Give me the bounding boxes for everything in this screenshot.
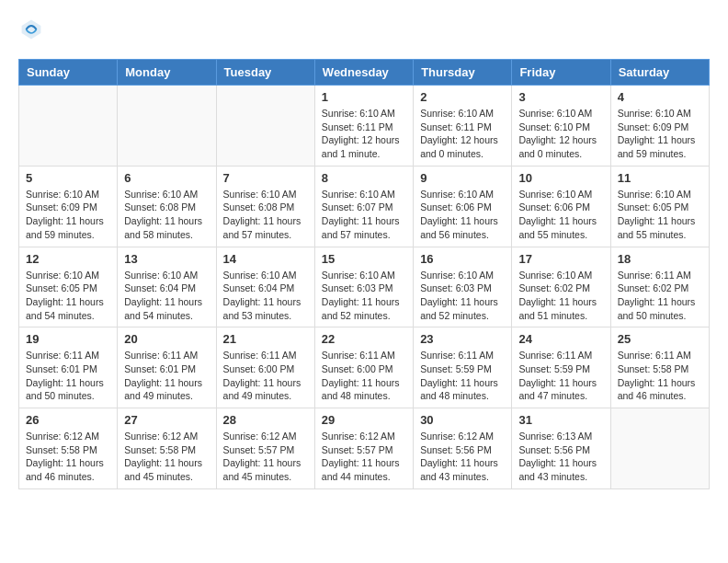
day-info: Sunrise: 6:11 AM Sunset: 5:59 PM Dayligh…	[518, 349, 603, 403]
day-info: Sunrise: 6:10 AM Sunset: 6:10 PM Dayligh…	[518, 107, 603, 161]
day-number: 22	[322, 332, 406, 346]
calendar-cell: 29Sunrise: 6:12 AM Sunset: 5:57 PM Dayli…	[314, 408, 413, 489]
day-number: 1	[322, 90, 406, 104]
page-header	[18, 18, 710, 44]
logo	[18, 18, 42, 44]
calendar-cell: 17Sunrise: 6:10 AM Sunset: 6:02 PM Dayli…	[512, 247, 610, 327]
calendar-cell: 23Sunrise: 6:11 AM Sunset: 5:59 PM Dayli…	[414, 327, 512, 408]
calendar-cell: 15Sunrise: 6:10 AM Sunset: 6:03 PM Dayli…	[314, 247, 413, 327]
day-info: Sunrise: 6:12 AM Sunset: 5:58 PM Dayligh…	[124, 430, 209, 484]
calendar-cell: 16Sunrise: 6:10 AM Sunset: 6:03 PM Dayli…	[414, 247, 512, 327]
day-number: 9	[420, 171, 505, 185]
day-info: Sunrise: 6:10 AM Sunset: 6:08 PM Dayligh…	[124, 188, 209, 242]
weekday-header-sunday: Sunday	[19, 60, 118, 86]
calendar-table: SundayMondayTuesdayWednesdayThursdayFrid…	[18, 59, 710, 489]
day-info: Sunrise: 6:11 AM Sunset: 6:00 PM Dayligh…	[223, 349, 308, 403]
day-info: Sunrise: 6:12 AM Sunset: 5:57 PM Dayligh…	[322, 430, 406, 484]
calendar-week-row: 5Sunrise: 6:10 AM Sunset: 6:09 PM Daylig…	[19, 166, 710, 247]
day-info: Sunrise: 6:11 AM Sunset: 6:01 PM Dayligh…	[124, 349, 209, 403]
calendar-cell: 22Sunrise: 6:11 AM Sunset: 6:00 PM Dayli…	[314, 327, 413, 408]
calendar-cell: 5Sunrise: 6:10 AM Sunset: 6:09 PM Daylig…	[19, 166, 118, 247]
calendar-cell: 12Sunrise: 6:10 AM Sunset: 6:05 PM Dayli…	[19, 247, 118, 327]
logo-icon	[20, 18, 42, 40]
calendar-cell	[610, 408, 709, 489]
calendar-week-row: 19Sunrise: 6:11 AM Sunset: 6:01 PM Dayli…	[19, 327, 710, 408]
calendar-cell: 26Sunrise: 6:12 AM Sunset: 5:58 PM Dayli…	[19, 408, 118, 489]
day-number: 8	[322, 171, 406, 185]
weekday-header-tuesday: Tuesday	[216, 60, 314, 86]
day-info: Sunrise: 6:10 AM Sunset: 6:04 PM Dayligh…	[223, 269, 308, 323]
day-info: Sunrise: 6:11 AM Sunset: 5:58 PM Dayligh…	[618, 349, 702, 403]
calendar-week-row: 1Sunrise: 6:10 AM Sunset: 6:11 PM Daylig…	[19, 86, 710, 167]
day-number: 3	[518, 90, 603, 104]
calendar-cell: 24Sunrise: 6:11 AM Sunset: 5:59 PM Dayli…	[512, 327, 610, 408]
calendar-cell: 9Sunrise: 6:10 AM Sunset: 6:06 PM Daylig…	[414, 166, 512, 247]
calendar-week-row: 12Sunrise: 6:10 AM Sunset: 6:05 PM Dayli…	[19, 247, 710, 327]
weekday-header-monday: Monday	[118, 60, 216, 86]
day-number: 25	[618, 332, 702, 346]
day-info: Sunrise: 6:10 AM Sunset: 6:06 PM Dayligh…	[518, 188, 603, 242]
calendar-cell: 1Sunrise: 6:10 AM Sunset: 6:11 PM Daylig…	[314, 86, 413, 167]
day-number: 20	[124, 332, 209, 346]
day-info: Sunrise: 6:10 AM Sunset: 6:03 PM Dayligh…	[322, 269, 406, 323]
calendar-week-row: 26Sunrise: 6:12 AM Sunset: 5:58 PM Dayli…	[19, 408, 710, 489]
calendar-cell: 25Sunrise: 6:11 AM Sunset: 5:58 PM Dayli…	[610, 327, 709, 408]
calendar-cell: 10Sunrise: 6:10 AM Sunset: 6:06 PM Dayli…	[512, 166, 610, 247]
day-info: Sunrise: 6:10 AM Sunset: 6:11 PM Dayligh…	[322, 107, 406, 161]
day-number: 7	[223, 171, 308, 185]
day-number: 11	[618, 171, 702, 185]
calendar-cell: 3Sunrise: 6:10 AM Sunset: 6:10 PM Daylig…	[512, 86, 610, 167]
day-info: Sunrise: 6:11 AM Sunset: 5:59 PM Dayligh…	[420, 349, 505, 403]
day-info: Sunrise: 6:11 AM Sunset: 6:02 PM Dayligh…	[618, 269, 702, 323]
day-info: Sunrise: 6:12 AM Sunset: 5:56 PM Dayligh…	[420, 430, 505, 484]
day-info: Sunrise: 6:10 AM Sunset: 6:06 PM Dayligh…	[420, 188, 505, 242]
day-number: 14	[223, 252, 308, 266]
day-info: Sunrise: 6:10 AM Sunset: 6:03 PM Dayligh…	[420, 269, 505, 323]
day-number: 13	[124, 252, 209, 266]
day-info: Sunrise: 6:10 AM Sunset: 6:05 PM Dayligh…	[618, 188, 702, 242]
day-number: 26	[26, 413, 110, 427]
day-number: 15	[322, 252, 406, 266]
weekday-header-friday: Friday	[512, 60, 610, 86]
day-number: 28	[223, 413, 308, 427]
calendar-cell: 11Sunrise: 6:10 AM Sunset: 6:05 PM Dayli…	[610, 166, 709, 247]
day-info: Sunrise: 6:12 AM Sunset: 5:58 PM Dayligh…	[26, 430, 110, 484]
day-info: Sunrise: 6:10 AM Sunset: 6:07 PM Dayligh…	[322, 188, 406, 242]
day-info: Sunrise: 6:10 AM Sunset: 6:09 PM Dayligh…	[618, 107, 702, 161]
calendar-cell: 19Sunrise: 6:11 AM Sunset: 6:01 PM Dayli…	[19, 327, 118, 408]
day-number: 12	[26, 252, 110, 266]
calendar-cell	[118, 86, 216, 167]
calendar-cell: 7Sunrise: 6:10 AM Sunset: 6:08 PM Daylig…	[216, 166, 314, 247]
day-number: 21	[223, 332, 308, 346]
day-number: 6	[124, 171, 209, 185]
calendar-cell: 31Sunrise: 6:13 AM Sunset: 5:56 PM Dayli…	[512, 408, 610, 489]
weekday-header-row: SundayMondayTuesdayWednesdayThursdayFrid…	[19, 60, 710, 86]
day-number: 16	[420, 252, 505, 266]
day-number: 31	[518, 413, 603, 427]
calendar-cell: 28Sunrise: 6:12 AM Sunset: 5:57 PM Dayli…	[216, 408, 314, 489]
calendar-cell	[216, 86, 314, 167]
day-info: Sunrise: 6:11 AM Sunset: 6:00 PM Dayligh…	[322, 349, 406, 403]
day-number: 10	[518, 171, 603, 185]
day-info: Sunrise: 6:10 AM Sunset: 6:09 PM Dayligh…	[26, 188, 110, 242]
day-number: 30	[420, 413, 505, 427]
day-number: 18	[618, 252, 702, 266]
weekday-header-thursday: Thursday	[414, 60, 512, 86]
day-info: Sunrise: 6:10 AM Sunset: 6:11 PM Dayligh…	[420, 107, 505, 161]
calendar-cell: 30Sunrise: 6:12 AM Sunset: 5:56 PM Dayli…	[414, 408, 512, 489]
svg-marker-0	[22, 20, 41, 40]
day-info: Sunrise: 6:12 AM Sunset: 5:57 PM Dayligh…	[223, 430, 308, 484]
day-number: 29	[322, 413, 406, 427]
calendar-cell: 6Sunrise: 6:10 AM Sunset: 6:08 PM Daylig…	[118, 166, 216, 247]
day-info: Sunrise: 6:13 AM Sunset: 5:56 PM Dayligh…	[518, 430, 603, 484]
weekday-header-saturday: Saturday	[610, 60, 709, 86]
day-info: Sunrise: 6:10 AM Sunset: 6:05 PM Dayligh…	[26, 269, 110, 323]
calendar-cell: 2Sunrise: 6:10 AM Sunset: 6:11 PM Daylig…	[414, 86, 512, 167]
day-number: 27	[124, 413, 209, 427]
day-number: 23	[420, 332, 505, 346]
calendar-cell: 21Sunrise: 6:11 AM Sunset: 6:00 PM Dayli…	[216, 327, 314, 408]
day-info: Sunrise: 6:10 AM Sunset: 6:08 PM Dayligh…	[223, 188, 308, 242]
day-info: Sunrise: 6:11 AM Sunset: 6:01 PM Dayligh…	[26, 349, 110, 403]
calendar-cell: 8Sunrise: 6:10 AM Sunset: 6:07 PM Daylig…	[314, 166, 413, 247]
day-number: 24	[518, 332, 603, 346]
